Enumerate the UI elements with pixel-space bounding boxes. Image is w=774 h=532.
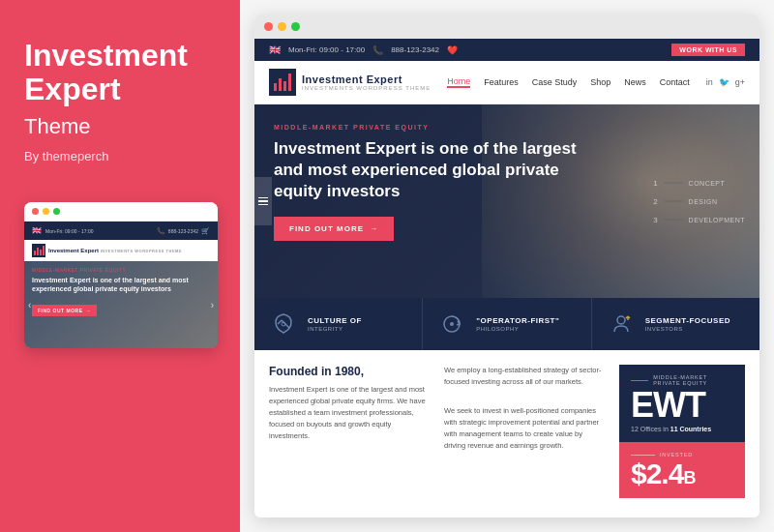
hero-nav-line-2 xyxy=(664,201,683,202)
feature-integrity-sub: INTEGRITY xyxy=(308,326,362,332)
hero-nav-design[interactable]: 2 DESIGN xyxy=(653,197,745,206)
content-left: Founded in 1980, Investment Expert is on… xyxy=(269,365,430,498)
browser-window: 🇬🇧 Mon-Fri: 09:00 - 17:00 📞 888-123-2342… xyxy=(254,15,759,517)
content-founded-title: Founded in 1980, xyxy=(269,365,430,378)
hero-nav-label-3: DEVELOPMENT xyxy=(689,217,745,223)
nav-contact[interactable]: Contact xyxy=(660,77,690,87)
logo-text: Investment Expert INVESTMENTS WORDPRESS … xyxy=(302,74,431,91)
theme-subtitle: Theme xyxy=(24,114,216,139)
feature-integrity-title: CULTURE OF xyxy=(308,316,362,326)
hero-nav-num-1: 1 xyxy=(653,179,657,188)
mobile-site-header: 🇬🇧 Mon-Fri: 09:00 - 17:00 📞 888-123-2342… xyxy=(24,222,218,240)
top-bar-right: WORK WITH US xyxy=(671,44,745,56)
mobile-hero-section: MIDDLE-MARKET PRIVATE EQUITY Investment … xyxy=(24,261,218,348)
feature-operator-sub: PHILOSOPHY xyxy=(476,326,559,332)
hero-nav-num-3: 3 xyxy=(653,216,657,224)
browser-chrome xyxy=(254,15,759,39)
mobile-cta-button[interactable]: FIND OUT MORE → xyxy=(32,305,97,316)
left-panel: Investment Expert Theme By themeperch 🇬🇧… xyxy=(0,0,240,532)
nav-shop[interactable]: Shop xyxy=(590,77,610,87)
mobile-hours: Mon-Fri: 09:00 - 17:00 xyxy=(45,228,93,234)
hero-nav-label-1: CONCEPT xyxy=(689,180,726,187)
stat-value-ewt: EWT xyxy=(631,388,733,423)
site-hours: Mon-Fri: 09:00 - 17:00 xyxy=(288,45,365,54)
logo-sub-text: INVESTMENTS WORDPRESS THEME xyxy=(302,85,431,91)
operator-icon xyxy=(437,310,466,339)
stat-value-invested: $2.4 xyxy=(631,459,683,488)
content-section: Founded in 1980, Investment Expert is on… xyxy=(254,350,759,513)
logo-icon xyxy=(269,69,296,96)
mobile-logo-icon xyxy=(32,244,45,257)
hero-nav-line-3 xyxy=(664,220,683,221)
mobile-logo-text: Investment Expert INVESTMENTS WORDPRESS … xyxy=(48,248,182,254)
hero-cta-button[interactable]: FIND OUT MORE → xyxy=(274,217,394,241)
nav-social: in 🐦 g+ xyxy=(706,77,745,87)
feature-segment-title: SEGMENT-FOCUSED xyxy=(645,316,730,326)
mobile-hero-label: MIDDLE-MARKET PRIVATE EQUITY xyxy=(32,267,210,273)
site-phone: 888-123-2342 xyxy=(391,45,439,54)
site-logo: Investment Expert INVESTMENTS WORDPRESS … xyxy=(269,69,431,96)
site-nav: Home Features Case Study Shop News Conta… xyxy=(447,76,690,88)
hero-nav-development[interactable]: 3 DEVELOPMENT xyxy=(653,216,745,224)
feature-operator-title: "OPERATOR-FIRST" xyxy=(476,316,559,326)
stat-invested-value: $2.4 B xyxy=(631,459,733,488)
browser-dot-yellow xyxy=(278,22,286,31)
content-right-stats: MIDDLE-MARKET PRIVATE EQUITY EWT 12 Offi… xyxy=(619,365,745,498)
site-top-bar: 🇬🇧 Mon-Fri: 09:00 - 17:00 📞 888-123-2342… xyxy=(254,39,759,61)
top-bar-left: 🇬🇧 Mon-Fri: 09:00 - 17:00 📞 888-123-2342… xyxy=(269,44,458,55)
theme-title: Investment Expert xyxy=(24,39,216,106)
stat-box-invested: INVESTED $2.4 B xyxy=(619,442,745,498)
hero-nav-line-1 xyxy=(664,183,683,184)
hero-nav-label-2: DESIGN xyxy=(689,198,718,205)
nav-casestudy[interactable]: Case Study xyxy=(532,77,578,87)
site-hero: MIDDLE-MARKET PRIVATE EQUITY Investment … xyxy=(254,104,759,298)
content-middle-text: We employ a long-established strategy of… xyxy=(444,365,605,388)
site-navbar: Investment Expert INVESTMENTS WORDPRESS … xyxy=(254,61,759,104)
feature-integrity: CULTURE OF INTEGRITY xyxy=(254,298,423,350)
feature-integrity-text: CULTURE OF INTEGRITY xyxy=(308,316,362,332)
mobile-dots-bar xyxy=(24,202,218,222)
stat-box-ewt: MIDDLE-MARKET PRIVATE EQUITY EWT 12 Offi… xyxy=(619,365,745,442)
mobile-dot-green xyxy=(53,208,60,215)
right-panel: 🇬🇧 Mon-Fri: 09:00 - 17:00 📞 888-123-2342… xyxy=(240,0,774,532)
content-middle: We employ a long-established strategy of… xyxy=(444,365,605,498)
feature-operator: "OPERATOR-FIRST" PHILOSOPHY xyxy=(423,298,591,350)
features-bar: CULTURE OF INTEGRITY "OPERATOR-FIRST" PH… xyxy=(254,298,759,350)
hero-label: MIDDLE-MARKET PRIVATE EQUITY xyxy=(274,124,740,131)
mobile-dot-yellow xyxy=(43,208,49,215)
work-with-us-button[interactable]: WORK WITH US xyxy=(671,44,745,56)
svg-point-3 xyxy=(617,316,625,324)
mobile-preview-card: 🇬🇧 Mon-Fri: 09:00 - 17:00 📞 888-123-2342… xyxy=(24,202,218,348)
social-google[interactable]: g+ xyxy=(735,77,745,87)
social-twitter[interactable]: 🐦 xyxy=(719,77,729,87)
mobile-hero-content: MIDDLE-MARKET PRIVATE EQUITY Investment … xyxy=(24,261,218,321)
feature-operator-text: "OPERATOR-FIRST" PHILOSOPHY xyxy=(476,316,559,332)
mobile-menu-btn[interactable] xyxy=(194,245,210,256)
nav-news[interactable]: News xyxy=(624,77,646,87)
theme-author: By themeperch xyxy=(24,149,216,163)
social-linkedin[interactable]: in xyxy=(706,77,713,87)
browser-dot-green xyxy=(291,22,300,31)
segment-icon xyxy=(607,310,636,339)
stat-suffix: B xyxy=(683,468,696,488)
browser-dot-red xyxy=(264,22,273,31)
stat-description-ewt: 12 Offices in 11 Countries xyxy=(631,426,733,432)
mobile-nav-bar: Investment Expert INVESTMENTS WORDPRESS … xyxy=(24,240,218,261)
nav-home[interactable]: Home xyxy=(447,76,470,88)
hero-side-nav: 1 CONCEPT 2 DESIGN 3 DEVELOPMENT xyxy=(653,179,745,224)
hero-title: Investment Expert is one of the largest … xyxy=(274,138,583,202)
integrity-icon xyxy=(269,310,298,339)
feature-segment-text: SEGMENT-FOCUSED INVESTORS xyxy=(645,316,730,332)
logo-main-text: Investment Expert xyxy=(302,74,431,85)
mobile-hero-title: Investment Expert is one of the largest … xyxy=(32,276,210,293)
nav-features[interactable]: Features xyxy=(484,77,519,87)
mobile-phone: 888-123-2342 xyxy=(168,228,198,234)
mobile-dot-red xyxy=(32,208,39,215)
feature-segment: SEGMENT-FOCUSED INVESTORS xyxy=(592,298,759,350)
mobile-logo: Investment Expert INVESTMENTS WORDPRESS … xyxy=(32,244,182,257)
content-middle-text-2: We seek to invest in well-positioned com… xyxy=(444,405,605,452)
hero-nav-num-2: 2 xyxy=(653,197,657,206)
hero-nav-concept[interactable]: 1 CONCEPT xyxy=(653,179,745,188)
svg-point-2 xyxy=(450,322,454,326)
content-left-text: Investment Expert is one of the largest … xyxy=(269,384,430,442)
